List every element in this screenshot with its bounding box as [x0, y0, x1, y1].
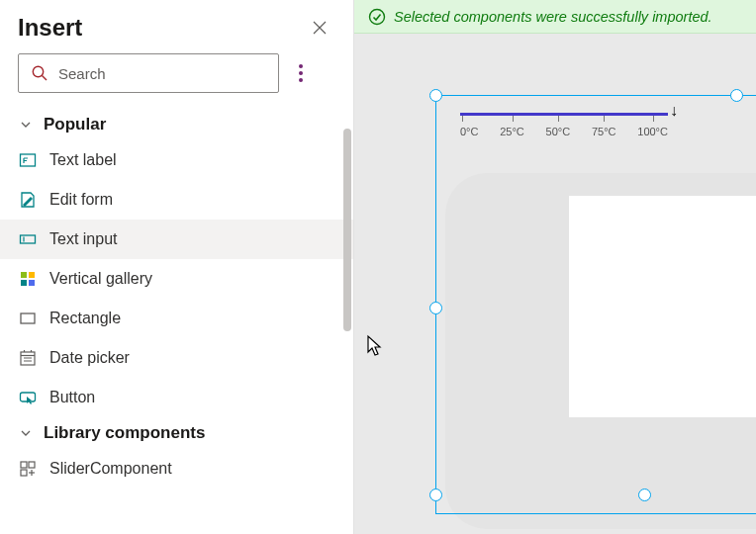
search-row	[0, 53, 353, 103]
button-icon	[18, 388, 38, 407]
success-banner: Selected components were successfully im…	[354, 0, 756, 34]
item-vertical-gallery[interactable]: Vertical gallery	[0, 259, 353, 299]
slider-ticks: 0°C 25°C 50°C 75°C 100°C	[460, 126, 668, 137]
text-input-icon	[18, 229, 38, 249]
item-label: Text input	[49, 230, 117, 248]
svg-rect-8	[29, 280, 35, 286]
selection-box[interactable]	[435, 95, 756, 514]
svg-line-1	[43, 76, 47, 81]
tick-label: 50°C	[546, 126, 571, 137]
item-text-label[interactable]: Text label	[0, 140, 353, 180]
chevron-down-icon	[18, 425, 34, 441]
svg-rect-6	[29, 272, 35, 278]
search-input[interactable]	[58, 65, 266, 82]
gallery-icon	[18, 269, 38, 289]
search-icon	[31, 64, 48, 82]
tick-label: 0°C	[460, 126, 478, 137]
item-label: Button	[49, 389, 95, 406]
panel-scrollbar[interactable]	[343, 129, 351, 331]
svg-rect-7	[21, 280, 27, 286]
svg-rect-18	[29, 462, 35, 468]
component-icon	[18, 459, 38, 479]
close-panel-button[interactable]	[306, 14, 333, 42]
slider-component-preview: ↓ 0°C 25°C 50°C 75°C 100°C	[460, 113, 668, 137]
rectangle-icon	[18, 309, 38, 328]
svg-rect-3	[21, 235, 36, 243]
edit-form-icon	[18, 190, 38, 210]
search-box[interactable]	[18, 53, 279, 93]
success-check-icon	[368, 8, 386, 26]
item-label: Rectangle	[49, 310, 121, 327]
item-label: Edit form	[49, 191, 113, 209]
svg-point-22	[370, 9, 385, 24]
dots-icon	[299, 64, 303, 68]
arrow-down-icon: ↓	[670, 102, 678, 120]
item-text-input[interactable]: Text input	[0, 220, 353, 259]
close-icon	[312, 20, 328, 36]
panel-title: Insert	[18, 14, 82, 42]
panel-header: Insert	[0, 0, 353, 53]
item-rectangle[interactable]: Rectangle	[0, 299, 353, 338]
section-label: Library components	[44, 423, 205, 443]
svg-rect-19	[21, 470, 27, 476]
item-label: Text label	[49, 151, 117, 169]
slider-track: ↓	[460, 113, 668, 116]
component-tree: Popular Text label Edit form Text input	[0, 109, 353, 534]
svg-rect-17	[21, 462, 27, 468]
svg-rect-2	[21, 154, 36, 166]
section-library[interactable]: Library components	[0, 417, 353, 449]
tick-label: 25°C	[500, 126, 524, 137]
resize-handle-middle-left[interactable]	[429, 302, 442, 314]
item-edit-form[interactable]: Edit form	[0, 180, 353, 220]
item-slider-component[interactable]: SliderComponent	[0, 449, 353, 489]
mouse-cursor-icon	[366, 334, 386, 362]
more-options-button[interactable]	[293, 58, 309, 88]
svg-rect-9	[21, 313, 35, 323]
insert-panel: Insert Popular	[0, 0, 354, 534]
resize-handle-bottom-middle[interactable]	[638, 489, 651, 501]
tick-label: 100°C	[637, 126, 668, 137]
resize-handle-top-right[interactable]	[730, 89, 743, 102]
chevron-down-icon	[18, 117, 34, 133]
section-popular[interactable]: Popular	[0, 109, 353, 140]
calendar-icon	[18, 348, 38, 368]
banner-message: Selected components were successfully im…	[394, 9, 712, 25]
svg-point-0	[33, 66, 43, 76]
item-label: Date picker	[49, 349, 130, 367]
item-date-picker[interactable]: Date picker	[0, 338, 353, 378]
tick-label: 75°C	[592, 126, 616, 137]
text-label-icon	[18, 150, 38, 170]
app-root: Insert Popular	[0, 0, 756, 534]
item-label: SliderComponent	[49, 460, 172, 478]
resize-handle-top-left[interactable]	[429, 89, 442, 102]
svg-rect-5	[21, 272, 27, 278]
item-label: Vertical gallery	[49, 270, 152, 288]
section-label: Popular	[44, 115, 106, 134]
resize-handle-bottom-left[interactable]	[429, 489, 442, 501]
item-button[interactable]: Button	[0, 378, 353, 417]
